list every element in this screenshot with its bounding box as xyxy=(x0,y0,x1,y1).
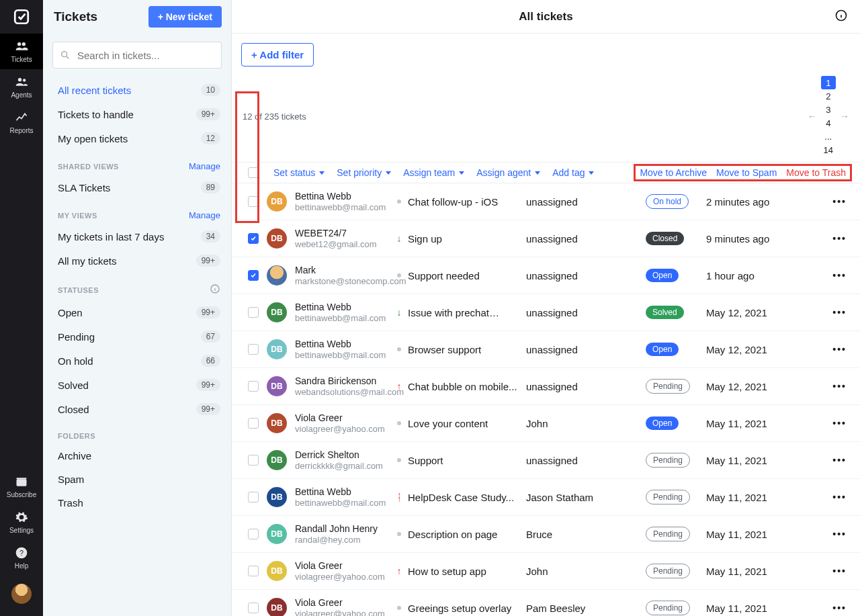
nav-my-open[interactable]: My open tickets12 xyxy=(43,126,231,150)
row-more-icon[interactable]: ••• xyxy=(832,603,852,613)
nav-status-pending[interactable]: Pending67 xyxy=(43,324,231,349)
requester-name: Bettina Webb xyxy=(295,191,386,202)
ticket-time: May 11, 2021 xyxy=(706,603,793,614)
sidebar-panel: Tickets + New ticket All recent tickets1… xyxy=(43,0,232,616)
table-row[interactable]: DBDerrick Sheltonderrickkkk@gmail.comSup… xyxy=(232,442,860,479)
table-row[interactable]: DBBettina Webbbettinawebb@mail.comBrowse… xyxy=(232,331,860,368)
page-next-icon[interactable]: → xyxy=(840,111,849,122)
avatar: DB xyxy=(267,413,287,433)
table-row[interactable]: DBViola Greerviolagreer@yahoo.com↑How to… xyxy=(232,553,860,590)
row-more-icon[interactable]: ••• xyxy=(832,196,852,207)
assignee: Bruce xyxy=(526,529,646,540)
add-filter-button[interactable]: + Add filter xyxy=(241,43,314,67)
search-input[interactable] xyxy=(77,50,214,61)
rail-tickets[interactable]: Tickets xyxy=(0,34,43,69)
row-more-icon[interactable]: ••• xyxy=(832,529,852,539)
nav-to-handle[interactable]: Tickets to handle99+ xyxy=(43,102,231,126)
rail-help[interactable]: ? Help xyxy=(0,540,43,576)
current-user-avatar[interactable] xyxy=(11,584,32,604)
requester-name: Viola Greer xyxy=(295,560,385,572)
statuses-info-icon[interactable] xyxy=(210,283,220,296)
page-4[interactable]: 4 xyxy=(821,116,836,130)
row-more-icon[interactable]: ••• xyxy=(832,307,852,318)
page-3[interactable]: 3 xyxy=(821,103,836,116)
manage-my-views[interactable]: Manage xyxy=(189,210,220,220)
rail-settings[interactable]: Settings xyxy=(0,504,43,540)
select-all-checkbox[interactable] xyxy=(248,167,259,178)
row-more-icon[interactable]: ••• xyxy=(832,381,852,392)
page-1[interactable]: 1 xyxy=(821,76,836,89)
bulk-add-tag[interactable]: Add tag xyxy=(547,167,599,178)
table-row[interactable]: DBBettina Webbbettinawebb@mail.com↑↑Help… xyxy=(232,479,860,516)
page-14[interactable]: 14 xyxy=(821,143,836,157)
row-checkbox[interactable] xyxy=(248,344,259,355)
nav-status-solved[interactable]: Solved99+ xyxy=(43,373,231,397)
nav-folder-archive[interactable]: Archive xyxy=(43,444,231,468)
bulk-move-archive[interactable]: Move to Archive xyxy=(640,167,707,178)
table-row[interactable]: DBBettina Webbbettinawebb@mail.com↓Issue… xyxy=(232,294,860,331)
avatar: DB xyxy=(267,228,287,249)
bulk-set-status[interactable]: Set status xyxy=(268,167,330,178)
table-row[interactable]: DBViola Greerviolagreer@yahoo.comLove yo… xyxy=(232,405,860,442)
nav-status-open[interactable]: Open99+ xyxy=(43,300,231,324)
requester-email: bettinawebb@mail.com xyxy=(295,498,386,509)
ticket-subject: HelpDesk Case Study... xyxy=(408,492,514,503)
table-row[interactable]: DBWEBET24/7webet12@gmail.com↓Sign upunas… xyxy=(232,220,860,257)
ticket-subject: Description on page xyxy=(408,529,497,540)
row-more-icon[interactable]: ••• xyxy=(832,344,852,355)
row-checkbox[interactable] xyxy=(248,233,259,244)
requester-name: Viola Greer xyxy=(295,412,385,424)
row-checkbox[interactable] xyxy=(248,418,259,429)
row-checkbox[interactable] xyxy=(248,455,259,466)
row-more-icon[interactable]: ••• xyxy=(832,270,852,281)
row-checkbox[interactable] xyxy=(248,196,259,207)
priority-dot-icon xyxy=(397,421,401,425)
rail-subscribe[interactable]: Subscribe xyxy=(0,469,43,504)
row-checkbox[interactable] xyxy=(248,381,259,392)
nav-status-onhold[interactable]: On hold66 xyxy=(43,349,231,373)
manage-shared-views[interactable]: Manage xyxy=(189,161,220,171)
new-ticket-button[interactable]: + New ticket xyxy=(148,6,222,28)
chevron-down-icon xyxy=(535,171,540,175)
row-more-icon[interactable]: ••• xyxy=(832,492,852,502)
requester-name: Randall John Henry xyxy=(295,523,378,535)
row-checkbox[interactable] xyxy=(248,566,259,576)
rail-agents[interactable]: Agents xyxy=(0,69,43,105)
avatar: DB xyxy=(267,376,287,396)
svg-point-1 xyxy=(17,42,21,46)
table-row[interactable]: DBBettina Webbbettinawebb@mail.comChat f… xyxy=(232,183,860,220)
page-...: ... xyxy=(821,130,836,143)
table-row[interactable]: DBRandall John Henryrandal@hey.comDescri… xyxy=(232,516,860,553)
row-more-icon[interactable]: ••• xyxy=(832,418,852,429)
nav-last-7[interactable]: My tickets in last 7 days34 xyxy=(43,224,231,249)
nav-all-mine[interactable]: All my tickets99+ xyxy=(43,249,231,273)
rail-reports[interactable]: Reports xyxy=(0,105,43,140)
nav-status-closed[interactable]: Closed99+ xyxy=(43,397,231,421)
page-prev-icon[interactable]: ← xyxy=(808,111,817,122)
bulk-assign-agent[interactable]: Assign agent xyxy=(471,167,546,178)
row-more-icon[interactable]: ••• xyxy=(832,233,852,244)
row-checkbox[interactable] xyxy=(248,270,259,281)
table-row[interactable]: Markmarkstone@stonecomp.comSupport neede… xyxy=(232,257,860,294)
row-more-icon[interactable]: ••• xyxy=(832,566,852,576)
row-checkbox[interactable] xyxy=(248,307,259,318)
bulk-set-priority[interactable]: Set priority xyxy=(331,167,396,178)
row-checkbox[interactable] xyxy=(248,529,259,539)
bulk-move-spam[interactable]: Move to Spam xyxy=(716,167,777,178)
ticket-subject: Chat follow-up - iOS xyxy=(408,196,498,208)
search-input-wrap[interactable] xyxy=(52,42,222,69)
table-row[interactable]: DBViola Greerviolagreer@yahoo.comGreeing… xyxy=(232,590,860,616)
nav-folder-trash[interactable]: Trash xyxy=(43,491,231,515)
nav-folder-spam[interactable]: Spam xyxy=(43,468,231,491)
bulk-move-trash[interactable]: Move to Trash xyxy=(786,167,846,178)
row-checkbox[interactable] xyxy=(248,603,259,613)
row-more-icon[interactable]: ••• xyxy=(832,455,852,466)
bulk-assign-team[interactable]: Assign team xyxy=(398,167,470,178)
nav-all-recent[interactable]: All recent tickets10 xyxy=(43,78,231,102)
row-checkbox[interactable] xyxy=(248,492,259,502)
main-area: All tickets + Add filter 12 of 235 ticke… xyxy=(232,0,860,616)
page-2[interactable]: 2 xyxy=(821,89,836,103)
nav-sla-tickets[interactable]: SLA Tickets89 xyxy=(43,175,231,200)
table-row[interactable]: DBSandra Birickensonwebandsolutions@mail… xyxy=(232,368,860,405)
info-icon[interactable] xyxy=(834,9,848,24)
